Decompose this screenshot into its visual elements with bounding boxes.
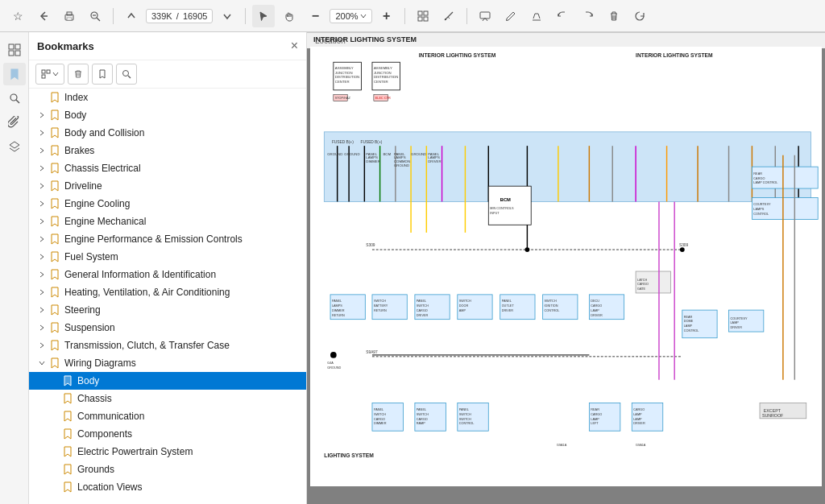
svg-text:DISTRIBUTION: DISTRIBUTION — [374, 75, 398, 79]
svg-rect-23 — [42, 75, 45, 78]
bookmark-label-body: Body — [64, 109, 301, 121]
bookmark-label-wd-location: Location Views — [77, 481, 301, 493]
svg-rect-2 — [67, 18, 72, 20]
back-history-button[interactable] — [32, 5, 55, 27]
delete-tool-button[interactable] — [603, 5, 625, 27]
bookmark-item-fuel-system[interactable]: Fuel System — [29, 248, 306, 266]
svg-text:CONTROL: CONTROL — [753, 213, 769, 216]
toolbar: ☆ 339K / 16905 − 200% + — [0, 0, 825, 32]
svg-text:LATCH: LATCH — [637, 279, 648, 282]
bookmarks-button[interactable] — [3, 63, 26, 85]
page-sep: / — [174, 11, 181, 21]
svg-text:FUSED B(+): FUSED B(+) — [361, 140, 383, 144]
svg-text:LAMP: LAMP — [591, 418, 599, 421]
bookmark-item-wd-communication[interactable]: Communication — [29, 407, 306, 425]
bookmark-item-wiring-diagrams[interactable]: Wiring Diagrams — [29, 354, 306, 372]
svg-text:CARGO: CARGO — [753, 177, 765, 180]
expand-all-button[interactable] — [35, 64, 64, 85]
bookmark-icon-wd-electric — [61, 445, 74, 458]
next-page-button[interactable] — [216, 5, 238, 27]
bookmark-item-engine-perf[interactable]: Engine Performance & Emission Controls — [29, 230, 306, 248]
svg-text:JUNCTION: JUNCTION — [374, 71, 392, 75]
print-button[interactable] — [58, 5, 81, 27]
svg-text:CARGO: CARGO — [637, 283, 649, 286]
svg-text:AMP: AMP — [459, 309, 466, 312]
bookmark-item-chassis-electrical[interactable]: Chassis Electrical — [29, 159, 306, 177]
layers-button[interactable] — [3, 135, 26, 158]
search-sidebar-button[interactable] — [3, 87, 26, 109]
bookmark-icon-wiring-diagrams — [48, 357, 61, 370]
svg-text:OUTLET: OUTLET — [502, 304, 515, 308]
bookmark-item-general-info[interactable]: General Information & Identification — [29, 266, 306, 283]
thumbnails-button[interactable] — [3, 39, 26, 61]
add-bookmark-button[interactable] — [92, 64, 113, 85]
svg-rect-18 — [15, 51, 20, 56]
bookmark-item-wd-components[interactable]: Components — [29, 425, 306, 443]
svg-text:INTERIOR LIGHTING SYSTEM: INTERIOR LIGHTING SYSTEM — [419, 52, 496, 58]
bookmark-star-button[interactable]: ☆ — [6, 5, 29, 27]
zoom-out-toolbar-button[interactable] — [84, 5, 106, 27]
bookmark-icon-wd-grounds — [61, 463, 74, 476]
bookmark-label-wd-chassis: Chassis — [77, 393, 301, 404]
snap-tool-button[interactable] — [412, 5, 434, 27]
zoom-level[interactable]: 200% — [330, 9, 371, 23]
redo-tool-button[interactable] — [577, 5, 599, 27]
svg-text:REAR: REAR — [684, 316, 693, 319]
svg-text:LAMP: LAMP — [684, 324, 693, 328]
search-bookmark-button[interactable] — [116, 64, 137, 85]
svg-text:CARGO: CARGO — [417, 309, 428, 312]
bookmark-item-wd-grounds[interactable]: Grounds — [29, 461, 306, 478]
bookmark-item-wd-location[interactable]: Location Views — [29, 478, 306, 496]
svg-rect-22 — [47, 70, 50, 73]
zoom-in-button[interactable]: + — [375, 5, 398, 27]
svg-text:GROUND: GROUND — [327, 152, 342, 156]
svg-text:MIN CONTROLS: MIN CONTROLS — [490, 207, 514, 210]
svg-text:REAR: REAR — [591, 408, 599, 411]
prev-page-button[interactable] — [120, 5, 143, 27]
delete-bookmark-button[interactable] — [68, 64, 89, 85]
bookmark-item-wd-body[interactable]: Body — [29, 372, 306, 390]
bookmark-item-suspension[interactable]: Suspension — [29, 319, 306, 337]
bookmark-item-body-collision[interactable]: Body and Collision — [29, 124, 306, 142]
bookmark-item-steering[interactable]: Steering — [29, 301, 306, 319]
undo-tool-button[interactable] — [551, 5, 574, 27]
svg-text:PANEL: PANEL — [332, 300, 342, 304]
svg-text:JUNCTION: JUNCTION — [335, 71, 353, 75]
bookmark-label-driveline: Driveline — [64, 180, 301, 192]
bookmark-item-transmission[interactable]: Transmission, Clutch, & Transfer Case — [29, 337, 306, 354]
highlight-tool-button[interactable] — [525, 5, 548, 27]
bookmark-icon-index — [48, 91, 61, 104]
bookmark-label-hvac: Heating, Ventilation, & Air Conditioning — [64, 287, 301, 298]
bookmark-icon-brakes — [48, 144, 61, 157]
pencil-tool-button[interactable] — [500, 5, 522, 27]
svg-text:SUNROOF: SUNROOF — [762, 413, 784, 418]
bookmark-item-driveline[interactable]: Driveline — [29, 177, 306, 195]
svg-point-174 — [680, 247, 685, 252]
bookmark-item-wd-electric[interactable]: Electric Powertrain System — [29, 443, 306, 461]
rotate-tool-button[interactable] — [628, 5, 651, 27]
measure-tool-button[interactable] — [437, 5, 460, 27]
bookmarks-close-button[interactable]: × — [291, 39, 298, 53]
bookmark-item-index[interactable]: Index — [29, 89, 306, 106]
bookmark-item-engine-cooling[interactable]: Engine Cooling — [29, 195, 306, 213]
svg-text:GATE: GATE — [637, 287, 646, 291]
bookmark-item-brakes[interactable]: Brakes — [29, 142, 306, 159]
bookmark-item-hvac[interactable]: Heating, Ventilation, & Air Conditioning — [29, 283, 306, 301]
separator4 — [466, 8, 467, 24]
svg-text:DRIVER: DRIVER — [730, 326, 742, 329]
page-indicator: 339K / 16905 — [146, 9, 213, 23]
svg-text:ASSEMBLY: ASSEMBLY — [335, 66, 354, 70]
cursor-tool-button[interactable] — [252, 5, 275, 27]
svg-text:CARGO: CARGO — [633, 408, 645, 411]
bookmark-item-wd-chassis[interactable]: Chassis — [29, 390, 306, 407]
attachments-button[interactable] — [3, 111, 26, 134]
svg-line-25 — [128, 76, 131, 78]
comment-tool-button[interactable] — [474, 5, 496, 27]
zoom-out-button[interactable]: − — [304, 5, 326, 27]
bookmark-item-engine-mechanical[interactable]: Engine Mechanical — [29, 213, 306, 230]
hand-tool-button[interactable] — [278, 5, 301, 27]
bookmark-item-body[interactable]: Body — [29, 106, 306, 124]
content-area: INTERIOR LIGHTING SYSTEM INTERIOR LIGHTI… — [307, 32, 825, 504]
svg-text:DIMMER: DIMMER — [366, 159, 380, 163]
bookmark-label-steering: Steering — [64, 304, 301, 316]
